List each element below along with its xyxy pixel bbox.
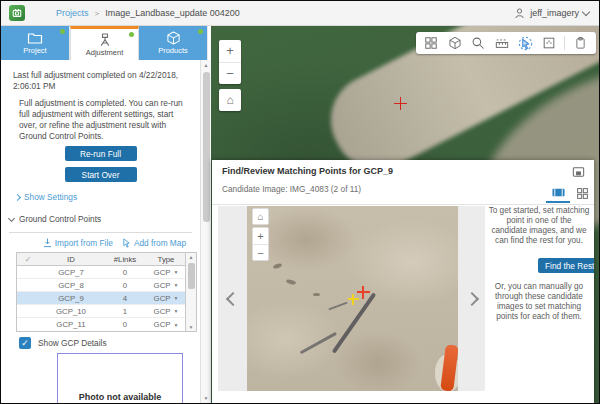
ground-detail <box>313 293 320 296</box>
matching-points-panel: Find/Review Matching Points for GCP_9 Ca… <box>212 160 594 403</box>
candidate-point-marker[interactable] <box>357 286 370 299</box>
map-home-button[interactable]: ⌂ <box>219 89 241 111</box>
gcp-table: ✓ ID #Links Type GCP_7 0 GCP▼ GCP_8 <box>16 252 197 332</box>
app-window: Projects > Image_Landbase_update 004200 … <box>0 0 600 404</box>
scroll-up-icon: ▲ <box>201 62 211 68</box>
username-label: jeff_imagery <box>530 8 579 18</box>
chevron-down-icon <box>8 214 15 221</box>
gcp-row[interactable]: GCP_7 0 GCP▼ <box>17 266 185 279</box>
tab-label: Adjustment <box>86 48 124 57</box>
instructions-primary: To get started, set matching point in on… <box>488 206 590 246</box>
caret-down-icon: ▼ <box>173 295 178 301</box>
candidate-image-viewer[interactable]: ⌂ + − <box>247 206 458 391</box>
gcp-type-dropdown[interactable]: GCP▼ <box>147 281 185 290</box>
import-from-file-link[interactable]: Import from File <box>43 238 113 248</box>
zoom-out-button[interactable]: − <box>219 62 241 84</box>
gcp-type-dropdown[interactable]: GCP▼ <box>147 268 185 277</box>
image-enhance-icon[interactable] <box>541 35 557 51</box>
check-column-icon: ✓ <box>17 255 39 264</box>
gcp-marker[interactable] <box>394 97 407 110</box>
image-home-button[interactable]: ⌂ <box>252 208 269 225</box>
last-adjustment-status: Last full adjustment completed on 4/22/2… <box>13 70 195 92</box>
start-over-button[interactable]: Start Over <box>65 167 137 182</box>
status-dot <box>129 32 134 37</box>
gcp-links: 4 <box>103 294 147 303</box>
gcp-type-dropdown[interactable]: GCP▼ <box>147 294 185 303</box>
find-the-rest-button[interactable]: Find the Rest <box>538 258 594 273</box>
tab-adjustment[interactable]: Adjustment <box>70 26 139 60</box>
gcp-links: 0 <box>103 320 147 329</box>
gcp-links: 0 <box>103 268 147 277</box>
scroll-down-icon: ▼ <box>186 324 196 330</box>
scroll-down-icon: ▼ <box>201 395 211 401</box>
left-panel: Project Adjustment Products Last full ad… <box>1 26 211 403</box>
show-settings-link[interactable]: Show Settings <box>15 192 200 202</box>
column-links[interactable]: #Links <box>103 255 147 264</box>
caret-down-icon: ▼ <box>173 269 178 275</box>
tab-products[interactable]: Products <box>139 26 208 60</box>
chevron-left-icon <box>225 291 239 305</box>
image-collection-icon[interactable] <box>423 35 439 51</box>
adjustment-icon <box>97 33 113 47</box>
app-logo-icon <box>9 5 25 21</box>
zoom-out-button[interactable]: − <box>253 244 268 260</box>
basemap-icon[interactable] <box>447 35 463 51</box>
add-label: Add from Map <box>134 238 186 248</box>
photo-not-available-label: Photo not available <box>58 392 182 402</box>
import-label: Import from File <box>55 238 113 248</box>
select-tool-icon[interactable] <box>517 35 533 51</box>
show-settings-label: Show Settings <box>24 192 77 202</box>
single-image-view-button[interactable] <box>546 183 570 203</box>
next-image-button[interactable] <box>458 206 485 391</box>
show-gcp-details-checkbox[interactable]: ✓ <box>19 337 31 349</box>
user-menu-chevron-icon <box>582 7 590 15</box>
search-icon[interactable] <box>470 35 486 51</box>
toolbar-divider <box>564 36 565 50</box>
gcp-row-selected[interactable]: GCP_9 4 GCP▼ <box>17 292 185 305</box>
caret-down-icon: ▼ <box>173 308 178 314</box>
cube-icon <box>166 31 181 45</box>
gcp-row[interactable]: GCP_11 0 GCP▼ <box>17 318 185 331</box>
grid-view-button[interactable] <box>570 183 594 203</box>
rerun-full-button[interactable]: Re-run Full <box>65 146 137 161</box>
gcp-id: GCP_11 <box>39 320 103 329</box>
tab-label: Project <box>23 46 46 55</box>
scroll-up-icon: ▲ <box>186 254 196 260</box>
measure-icon[interactable] <box>494 35 510 51</box>
gcp-id: GCP_8 <box>39 281 103 290</box>
zoom-in-button[interactable]: + <box>219 40 241 62</box>
ground-detail <box>286 279 297 285</box>
breadcrumb-projects-link[interactable]: Projects <box>56 8 89 18</box>
table-scrollbar[interactable]: ▲ ▼ <box>185 253 196 331</box>
gcp-links: 1 <box>103 307 147 316</box>
tab-project[interactable]: Project <box>1 26 70 60</box>
zoom-in-button[interactable]: + <box>253 228 268 244</box>
divider <box>212 204 594 205</box>
gcp-row[interactable]: GCP_10 1 GCP▼ <box>17 305 185 318</box>
column-id[interactable]: ID <box>39 255 103 264</box>
gcp-id: GCP_10 <box>39 307 103 316</box>
gcp-id: GCP_7 <box>39 268 103 277</box>
add-from-map-link[interactable]: Add from Map <box>122 238 186 248</box>
image-zoom-control: + − <box>252 227 269 261</box>
collapse-panel-icon[interactable] <box>571 164 586 179</box>
candidate-image-label: Candidate Image: IMG_4083 (2 of 11) <box>222 184 361 194</box>
show-gcp-details-label: Show GCP Details <box>38 338 107 348</box>
tab-label: Products <box>158 46 188 55</box>
user-icon <box>513 7 526 20</box>
scrollbar-thumb <box>203 72 210 222</box>
ground-control-points-section-header[interactable]: Ground Control Points <box>9 214 200 224</box>
previous-image-button[interactable] <box>218 206 247 391</box>
panel-scrollbar[interactable]: ▲ ▼ <box>200 60 211 403</box>
user-menu[interactable]: jeff_imagery <box>513 7 589 20</box>
caret-down-icon: ▼ <box>173 282 178 288</box>
column-type[interactable]: Type <box>147 255 185 264</box>
gcp-row[interactable]: GCP_8 0 GCP▼ <box>17 279 185 292</box>
status-dot <box>60 29 65 34</box>
gcp-photo-placeholder: Photo not available <box>57 353 183 403</box>
folder-icon <box>27 31 43 45</box>
clipboard-icon[interactable] <box>573 35 589 51</box>
gcp-type-dropdown[interactable]: GCP▼ <box>147 320 185 329</box>
top-bar: Projects > Image_Landbase_update 004200 … <box>1 1 599 26</box>
gcp-type-dropdown[interactable]: GCP▼ <box>147 307 185 316</box>
